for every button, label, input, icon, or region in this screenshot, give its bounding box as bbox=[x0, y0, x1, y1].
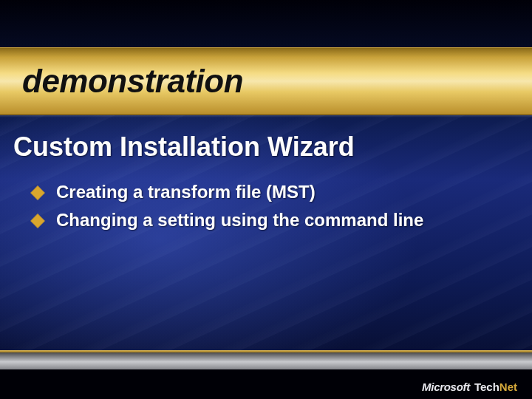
bullet-list: Creating a transform file (MST) Changing… bbox=[33, 182, 510, 238]
bullet-item: Changing a setting using the command lin… bbox=[33, 210, 510, 231]
brand-company: Microsoft bbox=[422, 381, 470, 393]
divider bbox=[0, 115, 532, 117]
footer-strip: Microsoft TechNet bbox=[0, 369, 532, 399]
brand-product-prefix: Tech bbox=[474, 381, 499, 393]
bottom-bar bbox=[0, 352, 532, 369]
slide-title: demonstration bbox=[22, 63, 243, 100]
diamond-bullet-icon bbox=[30, 185, 45, 200]
brand-product: TechNet bbox=[474, 381, 517, 393]
slide-subtitle: Custom Installation Wizard bbox=[13, 132, 355, 163]
bullet-item: Creating a transform file (MST) bbox=[33, 182, 510, 202]
brand-product-suffix: Net bbox=[499, 381, 517, 393]
diamond-bullet-icon bbox=[30, 214, 45, 228]
bullet-text: Changing a setting using the command lin… bbox=[56, 210, 423, 231]
top-strip bbox=[0, 0, 532, 47]
slide: demonstration Custom Installation Wizard… bbox=[0, 0, 532, 399]
brand-logo: Microsoft TechNet bbox=[422, 381, 517, 393]
bullet-text: Creating a transform file (MST) bbox=[56, 182, 316, 202]
title-bar: demonstration bbox=[0, 47, 532, 115]
